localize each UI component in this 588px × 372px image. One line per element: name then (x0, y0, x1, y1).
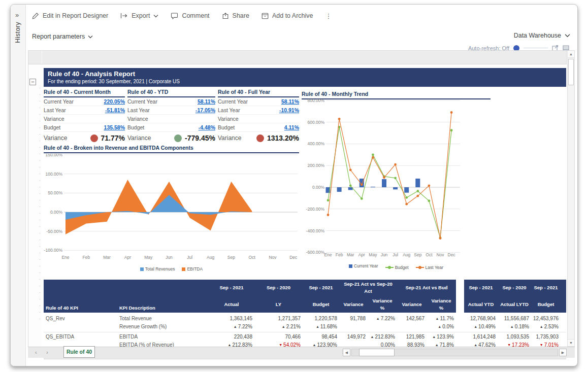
tab-rule-of-40[interactable]: Rule of 40 (63, 346, 95, 358)
scroll-left-icon[interactable]: ◀ (343, 349, 350, 356)
table-cell: ▲2.21% (254, 323, 303, 332)
kpi-label: Last Year (218, 107, 240, 113)
svg-text:Jul: Jul (187, 255, 192, 260)
svg-text:Jul: Jul (393, 252, 398, 257)
col-subheader: Actual (209, 296, 254, 313)
legend-item: Total Revenues (140, 266, 175, 272)
chart-legend: Total RevenuesEBITDA (44, 266, 299, 272)
table-cell: ▲212.83% (368, 332, 397, 341)
table-cell (368, 323, 397, 332)
col-group-header: Sep-21 Act vs Bud (397, 280, 456, 296)
svg-text:Apr: Apr (124, 255, 131, 260)
scroll-right-icon[interactable]: ▶ (559, 349, 567, 356)
kpi-code-cell: QS_Rev (44, 313, 117, 323)
kebab-menu-icon[interactable]: ⋮ (325, 12, 332, 20)
expand-panel-icon[interactable]: » (15, 11, 19, 19)
table-cell: ▲10.49% (464, 323, 498, 332)
revenue-ebitda-area-chart: 150.00%100.00%50.00%0.00%-50.00%-100.00%… (44, 154, 299, 263)
kpi-value-link[interactable]: -4.48% (199, 124, 215, 130)
filler-cell (561, 323, 566, 332)
data-source-dropdown[interactable]: Data Warehouse (514, 32, 570, 39)
chart-legend: Current YearBudgetLast Year (302, 263, 491, 270)
horizontal-scroll-thumb[interactable] (359, 349, 395, 356)
scroll-up-icon[interactable]: ▲ (568, 51, 574, 58)
column-group-spacer (456, 332, 464, 341)
share-icon (222, 13, 229, 19)
variance-value: 71.77% (101, 134, 125, 142)
svg-text:Nov: Nov (436, 252, 444, 257)
kpi-label: Variance (44, 116, 64, 122)
col-subheader: Budget (531, 296, 561, 313)
legend-item: Last Year (416, 265, 443, 270)
tab-prev-icon[interactable]: ‹ (35, 349, 37, 355)
kpi-label: Variance (218, 134, 241, 142)
svg-text:100.00%: 100.00% (45, 172, 62, 177)
svg-text:600.00%: 600.00% (307, 120, 324, 125)
kpi-value-link[interactable]: -51.81% (105, 107, 125, 113)
comment-button[interactable]: Comment (171, 12, 209, 19)
table-cell: 1,093,535 (498, 332, 531, 341)
kpi-value-link[interactable]: 4.11% (284, 124, 299, 130)
table-cell: 220,438 (209, 332, 254, 341)
share-button[interactable]: Share (222, 12, 249, 19)
chart-title-monthly-trend: Rule of 40 - Monthly Trend (302, 90, 491, 99)
table-row: Revenue Growth (%)▲7.22%▲2.21%▲11.68%▲0.… (44, 323, 566, 332)
col-header-filler (561, 280, 566, 313)
vertical-scroll-thumb[interactable] (568, 59, 574, 85)
report-canvas: Rule of 40 - Analysis Report For the end… (41, 64, 566, 347)
table-cell: 11,556,687 (498, 313, 531, 323)
col-subheader: Actual YTD (464, 296, 498, 313)
table-cell: 12,768,904 (464, 313, 498, 323)
svg-text:Aug: Aug (207, 255, 214, 260)
svg-text:Aug: Aug (403, 252, 410, 257)
table-cell: 1,271,357 (254, 313, 303, 323)
status-circle (256, 134, 264, 142)
svg-text:150.00%: 150.00% (45, 154, 62, 157)
share-label: Share (233, 12, 249, 19)
edit-label: Edit in Report Designer (43, 12, 108, 19)
table-row: QS_RevTotal Revenue1,363,1451,271,3571,2… (44, 313, 566, 323)
kpi-value-link[interactable]: 58.11% (281, 98, 299, 105)
vertical-scrollbar[interactable]: ▲ ▼ (567, 50, 575, 347)
panel-title: Rule of 40 - Current Month (44, 88, 125, 97)
archive-label: Add to Archive (272, 12, 313, 19)
kpi-label: Current Year (127, 98, 157, 105)
kpi-value-link[interactable]: -17.05% (195, 107, 215, 113)
table-cell: 91,788 (339, 313, 368, 323)
col-group-header: Sep-21 Act vs Sep-20 Act (339, 280, 397, 296)
table-cell: 1,363,145 (209, 313, 254, 323)
collapse-outline-button[interactable]: − (29, 79, 36, 85)
col-header: Sep - 2020 (498, 280, 531, 296)
scroll-down-icon[interactable]: ▼ (568, 339, 574, 346)
svg-text:Dec: Dec (448, 252, 456, 257)
report-subtitle: For the ending period: 30 September, 202… (48, 79, 562, 84)
col-header-kpi: Rule of 40 KPI (44, 280, 117, 313)
add-to-archive-button[interactable]: Add to Archive (262, 12, 313, 19)
svg-text:200.00%: 200.00% (307, 163, 324, 168)
svg-text:Jun: Jun (381, 252, 388, 257)
history-rail: » History (11, 5, 26, 366)
svg-text:Ene: Ene (324, 252, 332, 257)
kpi-value-link[interactable]: 58.11% (198, 98, 215, 105)
legend-item: Current Year (349, 263, 378, 268)
svg-text:-600.00%: -600.00% (306, 250, 325, 255)
toolbar: Edit in Report Designer Export Comment S… (32, 10, 332, 21)
edit-in-designer-button[interactable]: Edit in Report Designer (32, 12, 108, 19)
chart-title-components: Rule of 40 - Broken into Revenue and EBI… (44, 144, 299, 153)
svg-text:-100.00%: -100.00% (44, 248, 63, 253)
kpi-value-link[interactable]: 220.05% (104, 98, 125, 105)
report-parameters-toggle[interactable]: Report parameters (32, 33, 93, 40)
kpi-value-link[interactable]: -10.91% (279, 107, 299, 113)
svg-text:Ene: Ene (61, 255, 69, 260)
kpi-description-cell: Revenue Growth (%) (117, 323, 209, 332)
export-button[interactable]: Export (120, 12, 158, 19)
table-cell: ▲7.22% (368, 313, 397, 323)
kpi-value-link[interactable]: 135.58% (104, 124, 125, 130)
svg-text:Sep: Sep (227, 255, 235, 260)
table-cell: ▲11.7% (427, 313, 456, 323)
table-cell: ▲123.9% (427, 332, 456, 341)
chevron-down-icon (565, 33, 570, 38)
tab-next-icon[interactable]: › (46, 349, 48, 355)
kpi-label: Variance (127, 134, 151, 142)
auto-refresh-track (524, 48, 548, 48)
